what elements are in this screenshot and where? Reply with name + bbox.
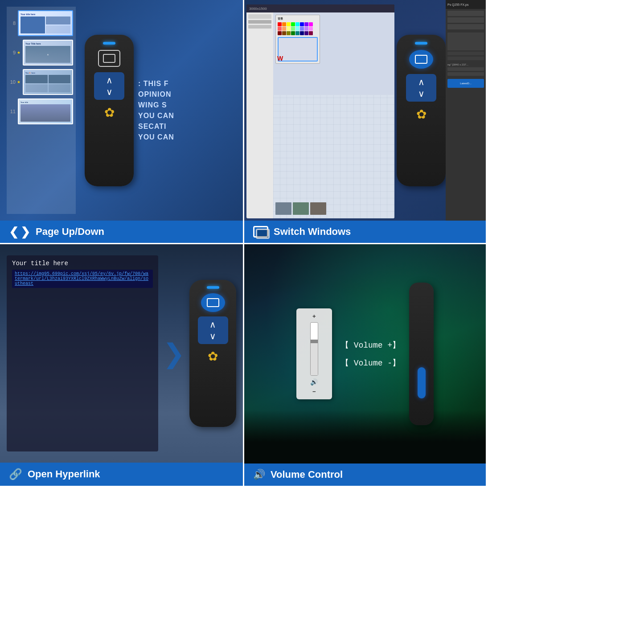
text-line-4: YOU CAN bbox=[138, 112, 232, 120]
slide-thumb-11[interactable]: Your title bbox=[18, 98, 73, 124]
slide-num-11: 11 bbox=[9, 109, 16, 114]
cell-switch-windows: 3000x1500 背景 bbox=[243, 0, 486, 243]
presentation-view: Your title here https://img95.699pic.com… bbox=[7, 251, 158, 456]
nav-down-btn-1[interactable]: ∨ bbox=[106, 87, 113, 96]
nav-up-btn-2[interactable]: ∧ bbox=[418, 78, 425, 86]
device-led-3 bbox=[207, 286, 219, 289]
cell-open-hyperlink: Your title here https://img95.699pic.com… bbox=[0, 243, 243, 486]
text-line-1: : THIS F bbox=[138, 80, 232, 88]
vol-blue-button[interactable] bbox=[418, 367, 426, 398]
ps-app-text: Ps Q255 FX.ps bbox=[447, 3, 468, 6]
volume-speaker-icon: 🔊 bbox=[310, 378, 318, 386]
vol-slider-fill bbox=[311, 341, 318, 375]
vol-plus-text: 【 Volume +】 bbox=[341, 340, 400, 350]
device-nav-group-1: ∧ ∨ bbox=[94, 72, 124, 100]
nav-down-btn-3[interactable]: ∨ bbox=[209, 332, 216, 340]
label-volume-control: Volume Control bbox=[271, 469, 343, 480]
monitor-top-bar: 3000x1500 bbox=[246, 4, 394, 12]
pres-arrow-icon: ❯ bbox=[163, 338, 185, 369]
vol-label-icon: 🔊 bbox=[253, 469, 265, 480]
label-bar-switch-windows: Switch Windows bbox=[244, 221, 486, 243]
cell-page-updown: 8 Your title here bbox=[0, 0, 243, 243]
slide-num-8: 8 bbox=[9, 21, 16, 26]
vol-slider-thumb bbox=[310, 340, 318, 343]
nav-down-btn-2[interactable]: ∨ bbox=[418, 89, 425, 98]
vol-minus-label: − bbox=[312, 388, 316, 395]
ps-panel: Ps Q255 FX.ps ng" [3840 x 237... LatestD… bbox=[446, 0, 486, 221]
pres-title: Your title here bbox=[12, 260, 153, 267]
cell-volume-control: + 🔊 − 【 Volume +】 【 Volume -】 🔊 Volume bbox=[243, 243, 486, 486]
remote-page-updown: ∧ ∨ bbox=[85, 35, 134, 186]
volume-text-area: 【 Volume +】 【 Volume -】 bbox=[341, 340, 400, 368]
switch-windows-icon bbox=[253, 226, 268, 238]
text-line-3: WING S bbox=[138, 101, 232, 109]
pres-url-link[interactable]: https://img95.699pic.com/xsj/05/ey/6v.jp… bbox=[12, 270, 153, 288]
slide-num-9: 9 bbox=[9, 50, 16, 55]
nav-up-btn-1[interactable]: ∧ bbox=[106, 76, 113, 85]
slide-num-10: 10 bbox=[9, 79, 16, 85]
text-line-6: YOU CAN bbox=[138, 133, 232, 141]
device-nav-group-2: ∧ ∨ bbox=[406, 74, 436, 102]
monitor-display: 3000x1500 背景 bbox=[244, 0, 397, 221]
pres-slide: Your title here https://img95.699pic.com… bbox=[7, 255, 158, 451]
slide-9-star: ★ bbox=[17, 50, 21, 55]
brightness-icon-3[interactable] bbox=[205, 349, 221, 364]
text-line-5: SECATI bbox=[138, 123, 232, 131]
main-grid: 8 Your title here bbox=[0, 0, 486, 486]
label-switch-windows: Switch Windows bbox=[274, 226, 351, 238]
mountain-silhouette bbox=[244, 410, 486, 464]
slide-10-star: ★ bbox=[17, 80, 21, 84]
chevron-right-icon: ❯ bbox=[21, 226, 30, 238]
slide-item-8: 8 Your title here bbox=[9, 10, 73, 36]
remote-switch-windows: ∧ ∨ bbox=[397, 35, 446, 186]
screen-icon-3 bbox=[207, 298, 219, 307]
label-bar-page-updown: ❮ ❯ Page Up/Down bbox=[0, 221, 243, 243]
device-nav-group-3: ∧ ∨ bbox=[198, 316, 228, 344]
vol-slider-track[interactable] bbox=[310, 322, 318, 376]
slides-panel: 8 Your title here bbox=[7, 7, 76, 214]
slide-thumb-10[interactable]: You ★ here bbox=[23, 69, 73, 95]
device-screen-btn-2[interactable] bbox=[409, 50, 433, 69]
slide-item-9: 9 ★ Your Title here ▲ bbox=[9, 40, 73, 66]
label-bar-volume: 🔊 Volume Control bbox=[244, 464, 486, 486]
remote-hyperlink: ∧ ∨ bbox=[189, 280, 236, 427]
screen-icon-2 bbox=[415, 55, 427, 64]
chevron-icon: ❮ ❯ bbox=[9, 226, 30, 238]
ps-row-1 bbox=[447, 11, 484, 16]
monitor-frame: 3000x1500 背景 bbox=[246, 4, 394, 218]
nav-up-btn-3[interactable]: ∧ bbox=[209, 320, 216, 329]
device-screen-btn-1[interactable] bbox=[98, 50, 120, 67]
brightness-icon-2[interactable] bbox=[414, 107, 429, 122]
ps-top-bar: Ps Q255 FX.ps bbox=[446, 0, 486, 9]
label-open-hyperlink: Open Hyperlink bbox=[28, 468, 100, 480]
monitor-content: 背景 bbox=[246, 12, 394, 218]
monitor-main: 背景 bbox=[273, 12, 394, 218]
slide-item-11: 11 Your title bbox=[9, 98, 73, 124]
volume-panel: + 🔊 − bbox=[296, 308, 332, 399]
slide-thumb-9[interactable]: Your Title here ▲ bbox=[23, 40, 73, 66]
monitor-sidebar bbox=[246, 12, 273, 218]
device-led-2 bbox=[415, 42, 427, 45]
slide-item-10: 10 ★ You ★ here bbox=[9, 69, 73, 95]
ps-row-2 bbox=[447, 17, 484, 23]
vol-minus-text: 【 Volume -】 bbox=[341, 357, 400, 368]
label-page-updown: Page Up/Down bbox=[36, 226, 104, 238]
text-line-2: OPINION bbox=[138, 90, 232, 98]
device-screen-btn-3[interactable] bbox=[201, 293, 225, 312]
vol-plus-label: + bbox=[312, 313, 316, 320]
ps-row-3 bbox=[447, 24, 484, 29]
remote-volume bbox=[409, 283, 434, 425]
chevron-left-icon: ❮ bbox=[9, 226, 19, 238]
brightness-icon-1[interactable] bbox=[102, 105, 117, 120]
slide-thumb-8[interactable]: Your title here bbox=[18, 10, 73, 36]
monitor-res-text: 3000x1500 bbox=[249, 7, 267, 11]
screen-icon-1 bbox=[103, 54, 115, 63]
label-bar-hyperlink: 🔗 Open Hyperlink bbox=[0, 463, 243, 486]
link-icon: 🔗 bbox=[9, 468, 22, 480]
ps-content: ng" [3840 x 237... LatestD... bbox=[446, 9, 486, 221]
text-preview-1: : THIS F OPINION WING S YOU CAN SECATI Y… bbox=[134, 75, 236, 146]
device-led-1 bbox=[103, 42, 115, 45]
